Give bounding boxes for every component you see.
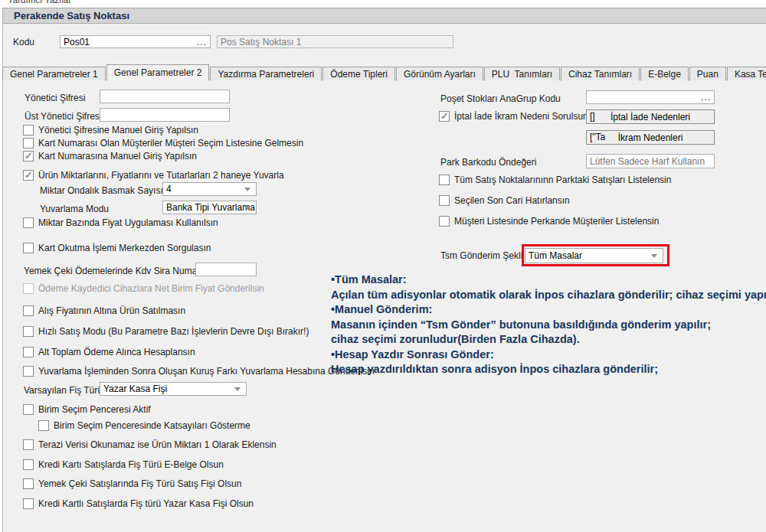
checkbox-icon[interactable] <box>439 111 450 122</box>
checkbox-kredi-kartli-yazar-kasa[interactable]: Kredi Kartlı Satışlarda Fiş türü Yazar K… <box>23 498 254 509</box>
tab-cihaz-tanimlari[interactable]: Cihaz Tanımları <box>561 67 640 80</box>
checkbox-alt-toplam-odeme[interactable]: Alt Toplam Ödeme Alınca Hesaplansın <box>23 346 195 357</box>
checkbox-icon[interactable] <box>23 151 34 162</box>
park-barkodu-input[interactable] <box>586 154 715 168</box>
tab-e-belge[interactable]: E-Belge <box>640 67 689 80</box>
checkbox-kredi-karti-e-belge[interactable]: Kredi Kartı Satışlarda Fiş Türü E-Belge … <box>23 459 224 470</box>
kodu-lookup-ellipsis-icon[interactable]: ... <box>197 37 207 47</box>
checkbox-icon[interactable] <box>439 216 450 227</box>
checkbox-label: Kart Numarasına Manuel Giriş Yapılsın <box>38 151 197 162</box>
tab-genel-parametreler-1[interactable]: Genel Parametreler 1 <box>2 67 106 80</box>
annotation-line: cihaz seçimi zorunludur(Birden Fazla Cih… <box>331 332 766 348</box>
checkbox-birim-secim-penceresi[interactable]: Birim Seçim Penceresi Aktif <box>23 403 151 415</box>
combo-value: Banka Tipi Yuvarlama <box>166 202 255 213</box>
tab-odeme-tipleri[interactable]: Ödeme Tipleri <box>322 67 395 80</box>
tab-bar: Genel Parametreler 1 Genel Parametreler … <box>2 64 766 80</box>
iptal-iade-value-prefix: [] <box>590 111 595 122</box>
checkbox-icon[interactable] <box>38 420 49 431</box>
checkbox-icon[interactable] <box>439 195 450 206</box>
checkbox-icon[interactable] <box>23 404 34 415</box>
annotation-text-block: •Tüm Masalar: Açılan tüm adisyonlar otom… <box>331 273 766 377</box>
checkbox-label: Ödeme Kaydedici Cihazlara Net Birim Fiya… <box>38 283 264 294</box>
kdv-sira-label: Yemek Çeki Ödemelerinde Kdv Sira Numaras… <box>24 266 212 276</box>
tsm-gonderim-sekli-label: Tsm Gönderim Şekli <box>440 250 522 261</box>
checkbox-icon[interactable] <box>23 366 34 377</box>
combo-value: Tüm Masalar <box>529 250 582 261</box>
annotation-line: Masanın içinden “Tsm Gönder” butonuna ba… <box>331 318 766 333</box>
annotation-line: •Manuel Gönderim: <box>331 302 766 318</box>
checkbox-icon[interactable] <box>23 125 34 135</box>
miktar-ondalik-label: Miktar Ondalık Basmak Sayısı <box>40 185 163 196</box>
miktar-ondalik-combo[interactable]: 4 <box>162 182 257 196</box>
checkbox-icon[interactable] <box>439 175 450 185</box>
yonetici-sifresi-label: Yönetici Şifresi <box>25 93 85 103</box>
kodu-input[interactable]: Pos01 ... <box>60 35 211 48</box>
checkbox-alis-fiyatinin-altina[interactable]: Alış Fiyatının Altına Ürün Satılmasın <box>23 305 185 316</box>
iptal-iade-nedenleri-button[interactable]: [] İptal İade Nedenleri <box>586 109 715 124</box>
checkbox-label: Yönetici Şifresine Manuel Giriş Yapılsın <box>38 125 198 135</box>
clipped-top-text: Yardımcı Yazılar <box>8 0 71 5</box>
kodu-name-value: Pos Satış Noktası 1 <box>221 37 301 47</box>
checkbox-icon[interactable] <box>23 217 34 228</box>
checkbox-yuvarlama-kurus-farki[interactable]: Yuvarlama İşleminden Sonra Oluşan Kuruş … <box>23 365 375 377</box>
ust-yonetici-sifresi-input[interactable] <box>100 108 230 122</box>
checkbox-label: Alış Fiyatının Altına Ürün Satılmasın <box>38 305 185 316</box>
checkbox-icon[interactable] <box>23 439 34 450</box>
tab-genel-parametreler-2[interactable]: Genel Parametreler 2 <box>106 64 210 80</box>
tab-plu-tanimlari[interactable]: PLU Tanımları <box>484 67 560 80</box>
yuvarlama-modu-combo[interactable]: Banka Tipi Yuvarlama <box>162 201 257 214</box>
checkbox-urun-miktarlari-yuvarla[interactable]: Ürün Miktarlarını, Fiyatlarını ve Tutarl… <box>23 169 284 181</box>
checkbox-kart-numarasi-olan-musteriler[interactable]: Kart Numarası Olan Müşteriler Müşteri Se… <box>23 137 303 149</box>
checkbox-icon[interactable] <box>23 459 34 470</box>
ikram-value-prefix: ["Ta <box>590 132 605 142</box>
checkbox-birim-secim-katsayilar[interactable]: Birim Seçim Penceresinde Katsayıları Gös… <box>38 419 250 431</box>
checkbox-musteri-listesinde-perakende[interactable]: Müşteri Listesinde Perkande Müşteriler L… <box>439 215 659 227</box>
checkbox-hizli-satis-modu[interactable]: Hızlı Satış Modu (Bu Parametre Bazı İşle… <box>23 325 309 337</box>
tab-kasa-teslim-fisi[interactable]: Kasa Teslim Fişi <box>727 67 766 80</box>
checkbox-icon[interactable] <box>23 170 34 181</box>
checkbox-icon[interactable] <box>23 478 34 489</box>
checkbox-yemek-ceki-satis-fisi[interactable]: Yemek Çeki Satışlarında Fiş Türü Satış F… <box>23 478 241 489</box>
checkbox-miktar-bazinda-fiyat[interactable]: Miktar Bazında Fiyat Uygulaması Kullanıl… <box>23 217 218 228</box>
annotation-line: •Hesap Yazdır Sonrası Gönder: <box>331 348 766 363</box>
checkbox-yonetici-manuel-giris[interactable]: Yönetici Şifresine Manuel Giriş Yapılsın <box>23 124 198 135</box>
checkbox-kart-numarasina-manuel-giris[interactable]: Kart Numarasına Manuel Giriş Yapılsın <box>23 150 197 162</box>
tab-puan[interactable]: Puan <box>689 67 726 80</box>
checkbox-icon[interactable] <box>23 305 34 316</box>
yonetici-sifresi-input[interactable] <box>100 90 230 103</box>
annotation-line: Hesap yazdırıldıktan sonra adisyon İnpos… <box>331 362 766 377</box>
checkbox-icon[interactable] <box>23 326 34 337</box>
combo-value: Yazar Kasa Fişi <box>103 383 167 394</box>
tab-yazdirma-parametreleri[interactable]: Yazdırma Parametreleri <box>210 67 322 80</box>
checkbox-label: Kredi Kartı Satışlarda Fiş Türü E-Belge … <box>38 459 224 470</box>
window-title: Perakende Satış Noktası <box>14 10 129 21</box>
checkbox-kart-okutma-merkezden[interactable]: Kart Okutma İşlemi Merkezden Sorgulasın <box>23 242 211 253</box>
checkbox-label: Kart Okutma İşlemi Merkezden Sorgulasın <box>38 243 211 253</box>
annotation-line: Açılan tüm adisyonlar otomatik olarak İn… <box>331 288 766 303</box>
poset-lookup-ellipsis-icon[interactable]: ... <box>701 92 711 103</box>
poset-stoklari-input[interactable]: ... <box>586 90 715 104</box>
checkbox-tum-satis-noktalari-parktaki[interactable]: Tüm Satış Noktalarınınn Parktaki Satışla… <box>439 174 671 185</box>
checkbox-icon[interactable] <box>23 498 34 509</box>
checkbox-label: Tüm Satış Noktalarınınn Parktaki Satışla… <box>454 175 671 185</box>
checkbox-icon[interactable] <box>23 138 34 149</box>
kodu-label: Kodu <box>13 37 34 47</box>
tsm-gonderim-sekli-combo[interactable]: Tüm Masalar <box>525 248 663 263</box>
kdv-sira-input[interactable] <box>195 263 257 276</box>
ikram-nedenleri-button[interactable]: ["Ta İkram Nedenleri <box>586 130 715 145</box>
annotation-line: •Tüm Masalar: <box>331 273 766 288</box>
checkbox-icon[interactable] <box>23 347 34 357</box>
checkbox-secilen-son-cari[interactable]: Seçilen Son Cari Hatırlansın <box>439 194 570 206</box>
checkbox-label: Seçilen Son Cari Hatırlansın <box>454 195 570 206</box>
checkbox-label: Müşteri Listesinde Perkande Müşteriler L… <box>454 216 659 227</box>
checkbox-iptal-iade-ikram-nedeni[interactable]: İptal İade İkram Nedeni Sorulsun <box>439 110 588 122</box>
ust-yonetici-sifresi-label: Üst Yönetici Şifresi <box>25 111 101 122</box>
checkbox-label: Yemek Çeki Satışlarında Fiş Türü Satış F… <box>38 478 241 489</box>
varsayilan-fis-combo[interactable]: Yazar Kasa Fişi <box>100 382 247 396</box>
checkbox-icon[interactable] <box>23 243 34 253</box>
tab-gorunum-ayarlari[interactable]: Görünüm Ayarları <box>396 67 483 80</box>
button-label: İptal İade Nedenleri <box>611 112 690 122</box>
checkbox-terazi-verisi[interactable]: Terazi Verisi Okunamaz ise Ürün Miktarı … <box>23 439 277 450</box>
window-titlebar: Perakende Satış Noktası <box>2 8 766 24</box>
checkbox-label: Birim Seçim Penceresinde Katsayıları Gös… <box>54 420 250 431</box>
